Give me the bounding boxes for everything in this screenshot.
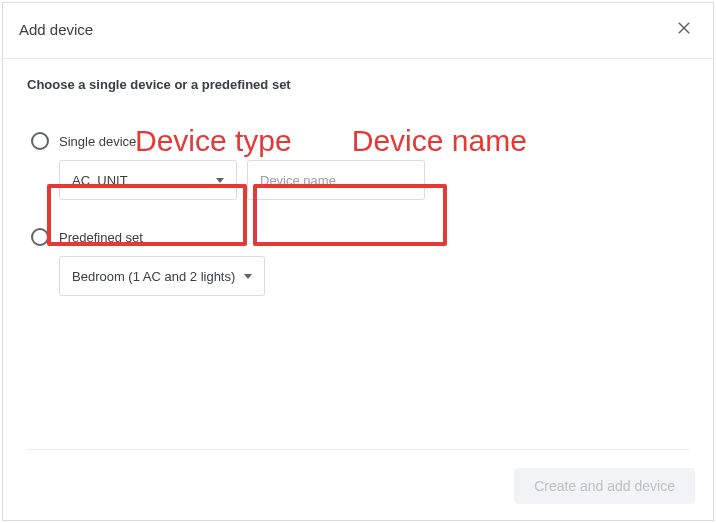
- predefined-set-select[interactable]: Bedroom (1 AC and 2 lights): [59, 256, 265, 296]
- dialog-footer: Create and add device: [3, 435, 713, 520]
- dialog-header: Add device: [3, 3, 713, 59]
- chevron-down-icon: [244, 274, 252, 279]
- single-device-controls: AC_UNIT: [59, 160, 689, 200]
- radio-row-predefined[interactable]: Predefined set: [31, 228, 689, 246]
- radio-row-single[interactable]: Single device: [31, 132, 689, 150]
- predefined-controls: Bedroom (1 AC and 2 lights): [59, 256, 689, 296]
- device-name-input[interactable]: [247, 160, 425, 200]
- device-type-select[interactable]: AC_UNIT: [59, 160, 237, 200]
- option-predefined-set: Predefined set Bedroom (1 AC and 2 light…: [27, 228, 689, 296]
- chevron-down-icon: [216, 178, 224, 183]
- create-add-device-button[interactable]: Create and add device: [514, 468, 695, 504]
- close-icon: [675, 19, 693, 37]
- radio-label-single: Single device: [59, 134, 136, 149]
- dialog-title: Add device: [19, 21, 93, 38]
- add-device-dialog: Add device Choose a single device or a p…: [2, 2, 714, 521]
- radio-single-device[interactable]: [31, 132, 49, 150]
- close-button[interactable]: [671, 15, 697, 44]
- predefined-set-value: Bedroom (1 AC and 2 lights): [72, 269, 235, 284]
- radio-label-predefined: Predefined set: [59, 230, 143, 245]
- option-single-device: Single device AC_UNIT: [27, 132, 689, 200]
- dialog-body: Choose a single device or a predefined s…: [3, 59, 713, 296]
- device-type-value: AC_UNIT: [72, 173, 128, 188]
- radio-predefined-set[interactable]: [31, 228, 49, 246]
- subtitle: Choose a single device or a predefined s…: [27, 77, 689, 92]
- footer-divider: [27, 449, 689, 450]
